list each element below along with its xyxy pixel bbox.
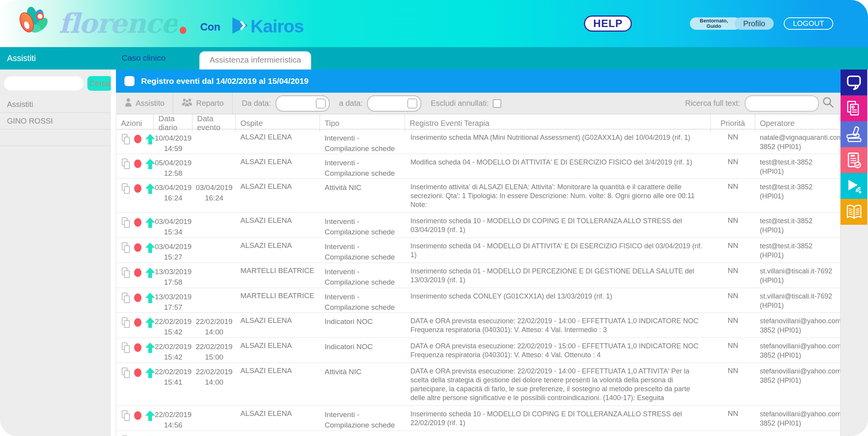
sidebar-search-row: Cerca [0, 70, 111, 96]
search-icon[interactable] [822, 96, 834, 110]
copy-icon[interactable] [121, 134, 131, 147]
document-check-icon[interactable] [841, 147, 867, 173]
tab-caso-clinico[interactable]: Caso clinico [116, 53, 171, 70]
red-dot-icon[interactable] [133, 183, 142, 196]
main-panel: Registro eventi dal 14/02/2019 al 15/04/… [116, 70, 841, 436]
cell-tipo: Attività NIC [320, 179, 405, 212]
red-dot-icon[interactable] [133, 317, 142, 330]
open-book-icon[interactable] [841, 199, 867, 225]
red-dot-icon[interactable] [133, 367, 142, 380]
cell-priorita: NN [711, 363, 755, 405]
table-row: 22/02/201915:42 22/02/201914:00 ALSAZI E… [116, 313, 840, 338]
media-signal-icon[interactable] [841, 173, 867, 199]
red-dot-icon[interactable] [133, 134, 142, 147]
cell-operatore: stefanovillani@yahoo.com-3852 (HPI01) [755, 431, 841, 436]
cell-ospite: ALSAZI ELENA [236, 238, 320, 263]
cell-ospite: ALSAZI ELENA [236, 213, 320, 238]
row-actions [116, 431, 154, 436]
toolbar: Assistito Reparto Da data: a d [116, 93, 841, 114]
cell-data-diario: 05/04/201912:58 [154, 154, 192, 178]
table-row: 05/04/201912:58 ALSAZI ELENA Interventi … [116, 154, 840, 179]
kairos-play-icon [230, 16, 249, 36]
da-data-input[interactable] [276, 95, 330, 112]
copy-icon[interactable] [121, 267, 131, 280]
app-window: florence Con Kairos HELP Bentornato, Gui… [0, 0, 868, 436]
logout-button[interactable]: LOGOUT [784, 17, 833, 30]
welcome-badge: Bentornato, Guido [690, 17, 741, 30]
ricerca-full-text-input[interactable] [745, 95, 819, 112]
cell-tipo: Interventi - Compilazione schede [320, 129, 405, 154]
cell-ospite: ALSAZI ELENA [236, 338, 320, 363]
person-icon [124, 98, 132, 109]
cerca-button[interactable]: Cerca [87, 76, 112, 91]
row-actions [116, 288, 154, 312]
red-dot-icon[interactable] [133, 242, 142, 255]
cell-registro: Inserimento scheda 01 - MODELLO DI PERCE… [405, 263, 711, 288]
red-dot-icon[interactable] [133, 410, 142, 423]
row-actions [116, 406, 154, 431]
florence-flower-icon [16, 4, 53, 43]
sidebar-title: Assistiti [7, 47, 36, 70]
cell-registro: Inserimento scheda 04 - MODELLO DI ATTIV… [405, 431, 711, 436]
copy-documents-icon[interactable] [841, 95, 867, 121]
con-label: Con [200, 21, 220, 33]
cell-data-evento [192, 154, 236, 178]
registro-eventi-checkbox[interactable] [124, 76, 134, 86]
copy-icon[interactable] [121, 410, 131, 423]
table-row: 22/02/201914:56 ALSAZI ELENA Interventi … [116, 406, 840, 431]
a-data-input[interactable] [367, 95, 421, 112]
a-data-label: a data: [339, 99, 363, 108]
help-button[interactable]: HELP [584, 15, 632, 32]
sidebar-empty-row [0, 129, 111, 146]
filter-bar: Registro eventi dal 14/02/2019 al 15/04/… [116, 70, 841, 93]
da-data-picker-icon [316, 98, 326, 109]
cell-operatore: stefanovillani@yahoo.com-3852 (HPI01) [755, 338, 841, 363]
chat-icon[interactable] [841, 70, 867, 95]
cell-tipo: Interventi - Compilazione schede [320, 431, 405, 436]
cell-operatore: stefanovillani@yahoo.com-3852 (HPI01) [755, 406, 841, 431]
copy-icon[interactable] [121, 158, 131, 171]
sidebar: Cerca Assistiti GINO ROSSI [0, 70, 111, 436]
cell-priorita: NN [711, 179, 755, 212]
cell-data-evento [192, 263, 236, 288]
cell-registro: Inserimento scheda 04 - MODELLO DI ATTIV… [405, 238, 711, 263]
cell-priorita: NN [711, 263, 755, 288]
tab-assistenza-infermieristica[interactable]: Assistenza infermieristica [199, 51, 311, 70]
red-dot-icon[interactable] [133, 267, 142, 280]
cell-ospite: ALSAZI ELENA [236, 313, 320, 338]
cell-registro: Inserimento scheda 10 - MODELLO DI COPIN… [405, 406, 711, 431]
cell-operatore: test@test.it-3852 (HPI01) [755, 213, 840, 238]
profile-button[interactable]: Profilo [735, 17, 774, 30]
red-dot-icon[interactable] [133, 158, 142, 171]
table-row: 22/02/201915:41 22/02/201914:00 ALSAZI E… [116, 363, 840, 406]
row-actions [116, 213, 154, 238]
copy-icon[interactable] [121, 317, 131, 330]
copy-icon[interactable] [121, 342, 131, 355]
red-dot-icon[interactable] [133, 292, 142, 305]
assistito-filter-button[interactable]: Assistito [116, 93, 173, 114]
sidebar-item-gino-rossi[interactable]: GINO ROSSI [0, 113, 111, 129]
table-header: Azioni Data diario Data evento Ospite Ti… [116, 114, 841, 129]
cell-tipo: Attività NIC [320, 363, 405, 405]
copy-icon[interactable] [121, 217, 131, 230]
copy-icon[interactable] [121, 183, 131, 196]
cell-tipo: Interventi - Compilazione schede [320, 263, 405, 288]
da-data-label: Da data: [242, 99, 271, 108]
copy-icon[interactable] [121, 242, 131, 255]
cell-priorita: NN [711, 129, 755, 154]
red-dot-icon[interactable] [133, 342, 142, 355]
cell-tipo: Interventi - Compilazione schede [320, 238, 405, 263]
cell-tipo: Interventi - Compilazione schede [320, 288, 405, 312]
copy-icon[interactable] [121, 292, 131, 305]
cell-operatore: natale@vignaquaranti.com-3852 (HPI01) [755, 129, 841, 154]
sidebar-search-input[interactable] [4, 76, 83, 90]
escludi-annullati-checkbox[interactable] [493, 99, 501, 108]
reparto-filter-button[interactable]: Reparto [173, 93, 232, 114]
table-body: 10/04/201914:59 ALSAZI ELENA Interventi … [116, 129, 841, 436]
registro-eventi-label: Registro eventi dal 14/02/2019 al 15/04/… [141, 76, 308, 86]
cell-data-diario: 22/02/201915:41 [154, 363, 192, 405]
books-icon[interactable] [841, 121, 867, 147]
copy-icon[interactable] [121, 367, 131, 380]
row-actions [116, 238, 154, 263]
red-dot-icon[interactable] [133, 217, 142, 230]
